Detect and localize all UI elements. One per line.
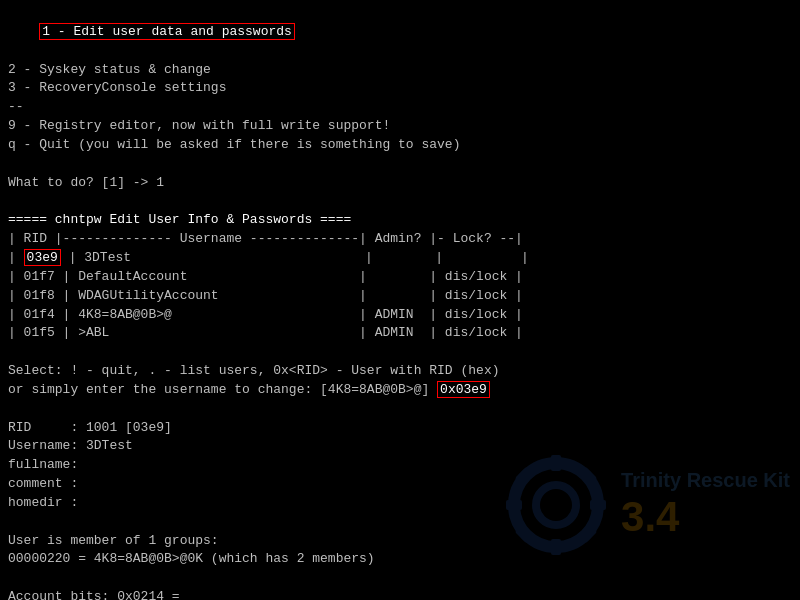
menu-item-1: 1 - Edit user data and passwords xyxy=(8,4,792,61)
user-rid: RID : 1001 [03e9] xyxy=(8,419,792,438)
table-row-abl: | 01f5 | >ABL | ADMIN | dis/lock | xyxy=(8,324,792,343)
blank-5 xyxy=(8,513,792,532)
section-header: ===== chntpw Edit User Info & Passwords … xyxy=(8,211,792,230)
blank-3 xyxy=(8,343,792,362)
username-prompt: or simply enter the username to change: … xyxy=(8,381,792,400)
menu-item-9: 9 - Registry editor, now with full write… xyxy=(8,117,792,136)
user-comment: comment : xyxy=(8,475,792,494)
menu-item-q: q - Quit (you will be asked if there is … xyxy=(8,136,792,155)
group-entry: 00000220 = 4K8=8AB@0B>@0K (which has 2 m… xyxy=(8,550,792,569)
terminal-window: 1 - Edit user data and passwords 2 - Sys… xyxy=(0,0,800,600)
user-homedir: homedir : xyxy=(8,494,792,513)
select-hint: Select: ! - quit, . - list users, 0x<RID… xyxy=(8,362,792,381)
blank-2 xyxy=(8,192,792,211)
menu-item-2: 2 - Syskey status & change xyxy=(8,61,792,80)
blank-6 xyxy=(8,569,792,588)
user-username: Username: 3DTest xyxy=(8,437,792,456)
blank-4 xyxy=(8,400,792,419)
user-fullname: fullname: xyxy=(8,456,792,475)
menu-item-1-text: 1 - Edit user data and passwords xyxy=(39,23,295,40)
account-bits: Account bits: 0x0214 = xyxy=(8,588,792,600)
rid-03e9: 03e9 xyxy=(24,249,61,266)
table-row-defaultaccount: | 01f7 | DefaultAccount | | dis/lock | xyxy=(8,268,792,287)
table-row-3dtest: | 03e9 | 3DTest | | | xyxy=(8,249,792,268)
prompt-1: What to do? [1] -> 1 xyxy=(8,174,792,193)
menu-item-3: 3 - RecoveryConsole settings xyxy=(8,79,792,98)
separator-1: -- xyxy=(8,98,792,117)
table-row-wdagutility: | 01f8 | WDAGUtilityAccount | | dis/lock… xyxy=(8,287,792,306)
table-header: | RID |-------------- Username ---------… xyxy=(8,230,792,249)
groups-header: User is member of 1 groups: xyxy=(8,532,792,551)
table-row-admin1: | 01f4 | 4K8=8AB@0B>@ | ADMIN | dis/lock… xyxy=(8,306,792,325)
selected-rid: 0x03e9 xyxy=(437,381,490,398)
blank-1 xyxy=(8,155,792,174)
